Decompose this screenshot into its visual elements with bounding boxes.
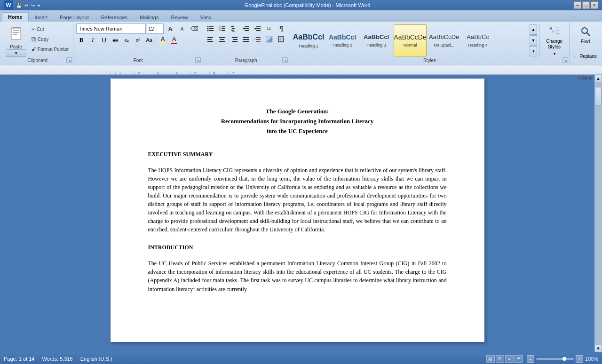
style-heading1[interactable]: AaBbCcI Heading 1: [292, 24, 325, 56]
align-center-button[interactable]: [217, 34, 228, 45]
maximize-button[interactable]: □: [582, 1, 590, 9]
replace-button[interactable]: ↔ Replace: [572, 49, 598, 63]
font-expand-button[interactable]: ↘: [195, 57, 201, 63]
cut-button[interactable]: ✂ Cut: [29, 24, 71, 34]
justify-button[interactable]: [240, 34, 252, 45]
paste-dropdown-button[interactable]: ▾: [6, 49, 26, 57]
styles-gallery: AaBbCcI Heading 1 AaBbCcI Heading 2 AaBb…: [292, 24, 529, 56]
styles-scroll-up-button[interactable]: ▲: [530, 24, 537, 35]
svg-rect-16: [222, 30, 225, 31]
style-heading2[interactable]: AaBbCcI Heading 2: [326, 24, 359, 56]
styles-more-button[interactable]: ▾: [530, 46, 537, 56]
redo-button[interactable]: ↪: [30, 3, 36, 8]
clipboard-actions: ✂ Cut ⿻ Copy 🖌 Format Painter: [29, 24, 71, 54]
font-size-buttons: A A: [165, 24, 188, 34]
svg-rect-39: [243, 37, 249, 38]
svg-rect-20: [232, 32, 235, 32]
save-button[interactable]: 💾: [15, 3, 23, 8]
zoom-out-button[interactable]: -: [527, 355, 534, 363]
tab-view[interactable]: View: [194, 13, 218, 22]
vertical-scrollbar[interactable]: ▲ ▼: [594, 75, 602, 352]
increase-indent-button[interactable]: [252, 24, 263, 34]
italic-button[interactable]: I: [87, 35, 98, 45]
numbering-button[interactable]: 1. 2. 3.: [217, 24, 228, 34]
print-layout-button[interactable]: ▤: [486, 355, 495, 363]
strikethrough-button[interactable]: ab: [110, 35, 120, 45]
tab-page-layout[interactable]: Page Layout: [54, 13, 95, 22]
borders-button[interactable]: [276, 34, 287, 45]
styles-scroll-buttons: ▲ ▼ ▾: [530, 24, 537, 56]
paragraph-expand-button[interactable]: ↘: [282, 57, 288, 63]
minimize-button[interactable]: ─: [574, 1, 581, 9]
change-case-button[interactable]: Aa: [144, 35, 154, 45]
find-button[interactable]: Find: [572, 24, 598, 47]
copy-label: Copy: [38, 37, 48, 42]
style-normal[interactable]: AaBbCcDe Normal: [394, 24, 427, 56]
close-button[interactable]: ✕: [591, 1, 598, 9]
font-size-input[interactable]: [147, 24, 164, 34]
svg-rect-2: [13, 30, 19, 31]
shading-button[interactable]: [264, 34, 275, 45]
paste-button[interactable]: [6, 24, 26, 44]
font-size-increase-button[interactable]: A: [165, 24, 176, 34]
style-heading4[interactable]: AaBbCc Heading 4: [461, 24, 494, 56]
svg-rect-31: [207, 39, 212, 40]
decrease-indent-button[interactable]: [240, 24, 252, 34]
section1-paragraph: The HOPS Information Literacy CIG repres…: [148, 166, 447, 234]
text-highlight-button[interactable]: A: [158, 35, 168, 45]
align-right-button[interactable]: [229, 34, 240, 45]
tab-mailings[interactable]: Mailings: [134, 13, 165, 22]
svg-rect-10: [209, 30, 214, 31]
document-container[interactable]: The Google Generation: Recommendations f…: [0, 75, 594, 352]
svg-rect-44: [256, 41, 261, 42]
ribbon-content: Paste ▾ ✂ Cut ⿻ Copy 🖌 Format Painter: [0, 22, 602, 65]
outline-button[interactable]: ☰: [515, 355, 523, 363]
clipboard-expand-button[interactable]: ↘: [66, 57, 72, 63]
scroll-track[interactable]: [594, 82, 602, 345]
multilevel-list-button[interactable]: [229, 24, 240, 34]
line-spacing-button[interactable]: ↕: [252, 34, 263, 45]
copy-button[interactable]: ⿻ Copy: [29, 34, 71, 44]
tab-review[interactable]: Review: [165, 13, 194, 22]
tab-references[interactable]: References: [95, 13, 134, 22]
section2-para-end: activities are currently: [195, 286, 247, 293]
bullets-button[interactable]: [205, 24, 216, 34]
quickaccess-dropdown[interactable]: ▾: [37, 3, 41, 8]
subscript-button[interactable]: x₂: [121, 35, 132, 45]
font-color-button[interactable]: A: [169, 35, 179, 45]
styles-expand-button[interactable]: ↘: [562, 57, 568, 63]
word-app-icon: W: [4, 0, 13, 10]
cut-label: Cut: [37, 27, 44, 32]
superscript-button[interactable]: x²: [133, 35, 143, 45]
styles-group-content: AaBbCcI Heading 1 AaBbCcI Heading 2 AaBb…: [292, 24, 567, 57]
underline-button[interactable]: U: [99, 35, 109, 45]
sort-button[interactable]: ↕Z: [264, 24, 275, 34]
scroll-down-button[interactable]: ▼: [594, 345, 602, 352]
page-info: Page: 1 of 14: [4, 356, 34, 362]
zoom-in-button[interactable]: +: [576, 355, 583, 363]
svg-point-7: [207, 28, 209, 30]
svg-marker-24: [243, 28, 244, 30]
font-size-decrease-button[interactable]: A: [176, 24, 188, 34]
align-left-button[interactable]: [205, 34, 216, 45]
web-layout-button[interactable]: ≡: [505, 355, 514, 363]
tab-home[interactable]: Home: [2, 12, 29, 22]
style-heading3[interactable]: AaBbCcI Heading 3: [360, 24, 393, 56]
zoom-slider[interactable]: [536, 358, 574, 360]
svg-rect-25: [256, 26, 261, 27]
style-nospace[interactable]: AaBbCcDe No Spaci...: [428, 24, 460, 56]
document-page[interactable]: The Google Generation: Recommendations f…: [111, 79, 484, 342]
styles-scroll-down-button[interactable]: ▼: [530, 35, 537, 46]
undo-button[interactable]: ↩: [24, 3, 29, 8]
tab-insert[interactable]: Insert: [29, 13, 54, 22]
bold-button[interactable]: B: [76, 35, 87, 45]
font-name-input[interactable]: [76, 24, 146, 34]
style-normal-label: Normal: [404, 43, 417, 47]
change-styles-button[interactable]: A a Change Styles ▾: [541, 24, 567, 56]
svg-rect-30: [207, 37, 213, 38]
full-screen-button[interactable]: ⊞: [496, 355, 504, 363]
clear-formatting-button[interactable]: ⌫: [189, 24, 200, 34]
scroll-thumb[interactable]: [595, 87, 602, 106]
format-painter-button[interactable]: 🖌 Format Painter: [29, 44, 71, 54]
show-formatting-button[interactable]: ¶: [276, 24, 287, 34]
